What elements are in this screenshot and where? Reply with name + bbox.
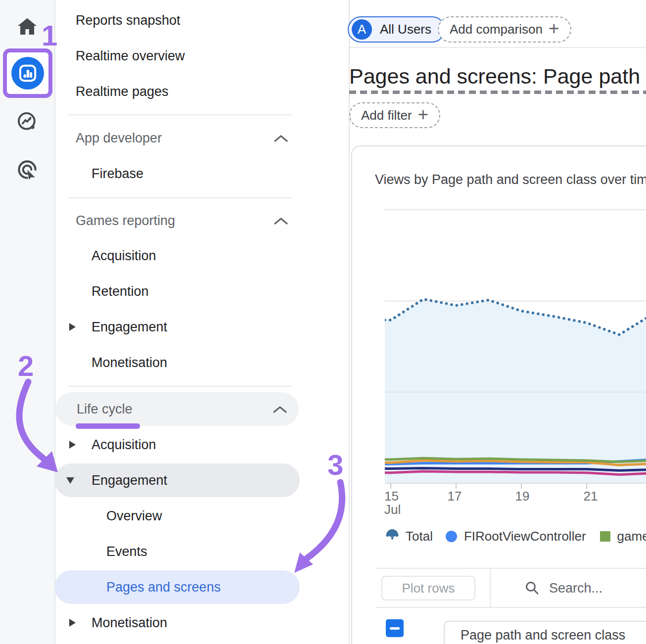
sidebar-divider — [68, 386, 293, 387]
views-over-time-chart — [385, 205, 646, 490]
legend-item-total: Total — [385, 528, 433, 544]
sidebar-item-engagement-lifecycle[interactable]: Engagement — [54, 463, 300, 497]
legend-label: FIRootViewController — [464, 529, 586, 544]
sidebar-item-realtime-pages[interactable]: Realtime pages — [54, 75, 300, 108]
blue-circle-swatch — [446, 531, 457, 542]
x-month-label: Jul — [384, 502, 401, 517]
legend-label: game_boa — [617, 529, 646, 544]
reports-nav-icon[interactable] — [11, 57, 44, 90]
sidebar-item-engagement-games[interactable]: Engagement — [54, 310, 300, 344]
sidebar-item-reports-snapshot[interactable]: Reports snapshot — [54, 3, 300, 37]
sidebar-item-label: Firebase — [92, 166, 143, 182]
search-icon — [524, 580, 540, 596]
sidebar-divider — [68, 197, 293, 198]
expand-right-icon — [69, 323, 76, 331]
green-square-swatch — [600, 531, 610, 542]
sidebar-main-divider — [349, 0, 350, 644]
legend-item-game-boa: game_boa — [600, 529, 646, 544]
add-comparison-label: Add comparison — [450, 22, 543, 37]
sidebar-section-label: App developer — [76, 131, 162, 146]
advertising-icon[interactable] — [0, 158, 54, 181]
sidebar-item-monetisation-lifecycle[interactable]: Monetisation — [54, 606, 300, 640]
sidebar-item-label: Acquisition — [92, 248, 156, 264]
sidebar-item-label: Monetisation — [92, 615, 167, 631]
sidebar-divider — [68, 114, 293, 115]
sidebar-item-events[interactable]: Events — [54, 535, 300, 568]
sidebar-item-label: Pages and screens — [106, 580, 221, 595]
dimension-header-dropdown[interactable]: Page path and screen class — [444, 621, 646, 644]
chevron-up-icon — [274, 217, 288, 225]
chart-title: Views by Page path and screen class over… — [375, 172, 646, 187]
advertising-icon-glyph — [16, 158, 39, 181]
search-input[interactable] — [549, 581, 633, 596]
sidebar-section-label: Life cycle — [77, 402, 133, 417]
sidebar-item-retention[interactable]: Retention — [54, 275, 300, 308]
sidebar-item-overview[interactable]: Overview — [54, 499, 300, 533]
sidebar-item-firebase[interactable]: Firebase — [54, 157, 300, 190]
sidebar-section-app-developer[interactable]: App developer — [54, 121, 300, 155]
sidebar-item-pages-and-screens[interactable]: Pages and screens — [54, 570, 300, 604]
sidebar-item-label: Retention — [92, 284, 149, 299]
avatar: A — [352, 19, 372, 40]
sidebar-item-label: Engagement — [92, 473, 167, 488]
sidebar-item-label: Overview — [106, 508, 162, 524]
title-dashed-underline — [349, 91, 646, 94]
sidebar-item-label: Monetisation — [92, 355, 167, 370]
x-tick-label: 17 — [446, 489, 463, 504]
page-title-dropdown[interactable]: Pages and screens: Page path and screen … — [349, 64, 646, 91]
expand-down-icon — [66, 477, 74, 484]
sidebar-section-life-cycle[interactable]: Life cycle — [55, 392, 299, 426]
x-tick-label: 19 — [514, 489, 531, 504]
home-icon-glyph — [16, 16, 38, 38]
sidebar-item-label: Acquisition — [92, 437, 156, 453]
segment-chip-label: All Users — [380, 22, 431, 37]
sidebar-item-monetisation-games[interactable]: Monetisation — [54, 346, 300, 379]
x-tick-label: 21 — [582, 489, 599, 504]
add-filter-button[interactable]: Add filter + — [349, 102, 440, 128]
toolbar-divider — [376, 568, 646, 569]
annotation-step1-number: 1 — [42, 19, 57, 52]
sidebar-item-label: Events — [106, 544, 147, 559]
legend-item-firootviewcontroller: FIRootViewController — [446, 529, 586, 544]
sidebar-section-label: Games reporting — [76, 213, 175, 229]
toolbar-vertical-divider — [490, 568, 491, 608]
annotation-step2-number: 2 — [18, 349, 34, 382]
sidebar-item-acquisition-lifecycle[interactable]: Acquisition — [54, 428, 300, 461]
table-search[interactable] — [524, 576, 646, 600]
sidebar-item-label: Engagement — [92, 320, 167, 335]
sidebar-item-label: Realtime pages — [76, 84, 169, 99]
minus-icon — [390, 627, 400, 630]
sidebar-item-label: Reports snapshot — [76, 13, 181, 28]
explore-icon[interactable] — [0, 111, 54, 133]
sidebar-section-games-reporting[interactable]: Games reporting — [54, 204, 300, 237]
expand-right-icon — [69, 441, 76, 449]
expand-right-icon — [69, 619, 76, 627]
sidebar-item-realtime-overview[interactable]: Realtime overview — [54, 39, 300, 73]
chart-legend: Total FIRootViewController game_boa — [385, 526, 646, 546]
sidebar-item-label: Realtime overview — [76, 48, 185, 64]
header-divider — [349, 47, 646, 48]
add-filter-label: Add filter — [361, 108, 412, 123]
plot-rows-button[interactable]: Plot rows — [381, 576, 475, 600]
total-umbrella-icon — [385, 528, 400, 544]
legend-label: Total — [406, 529, 433, 544]
explore-icon-glyph — [16, 111, 38, 133]
chevron-up-icon — [273, 406, 287, 413]
chevron-up-icon — [274, 135, 288, 142]
table-header-divider — [376, 607, 646, 608]
sidebar-item-acquisition-games[interactable]: Acquisition — [54, 239, 300, 273]
bar-chart-icon — [17, 63, 38, 84]
add-comparison-button[interactable]: Add comparison + — [438, 16, 571, 43]
annotation-step3-number: 3 — [327, 448, 343, 481]
select-all-checkbox-indeterminate[interactable] — [386, 619, 404, 637]
segment-chip-all-users[interactable]: A All Users — [348, 16, 445, 43]
